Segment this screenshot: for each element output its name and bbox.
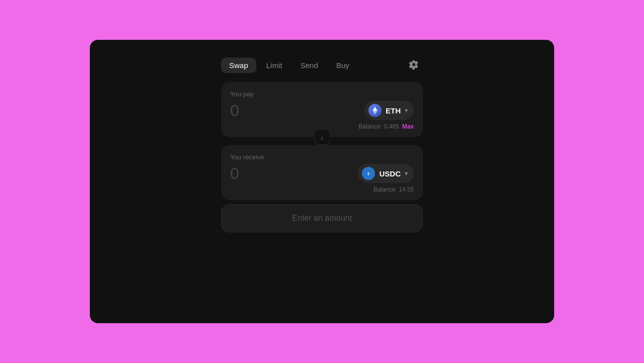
pay-token-selector[interactable]: ETH ▾ xyxy=(364,101,414,120)
tab-limit[interactable]: Limit xyxy=(258,57,291,73)
tabs-row: Swap Limit Send Buy xyxy=(221,56,423,74)
gear-icon xyxy=(409,59,419,71)
receive-balance-text: Balance: 14.55 xyxy=(373,186,414,193)
svg-text:$: $ xyxy=(368,172,370,176)
enter-amount-button[interactable]: Enter an amount xyxy=(221,204,423,232)
app-window: Swap Limit Send Buy You pay xyxy=(90,40,554,323)
pay-row: ETH ▾ xyxy=(230,101,414,120)
arrow-spacer: ↓ xyxy=(221,137,423,143)
eth-token-icon xyxy=(368,104,382,117)
receive-panel: You receive $ USDC ▾ Balance: 14.55 xyxy=(221,145,423,200)
receive-token-chevron-icon: ▾ xyxy=(405,170,408,177)
receive-row: $ USDC ▾ xyxy=(230,164,414,183)
swap-widget: Swap Limit Send Buy You pay xyxy=(221,56,423,232)
arrow-down-icon: ↓ xyxy=(320,133,324,141)
receive-balance-row: Balance: 14.55 xyxy=(230,186,414,193)
settings-button[interactable] xyxy=(405,56,423,74)
pay-label: You pay xyxy=(230,90,414,98)
pay-balance-text: Balance: 0.465 xyxy=(359,123,399,130)
receive-amount-input[interactable] xyxy=(230,164,322,183)
pay-amount-input[interactable] xyxy=(230,101,322,120)
tab-buy[interactable]: Buy xyxy=(328,57,357,73)
tab-swap[interactable]: Swap xyxy=(221,57,256,73)
max-button[interactable]: Max xyxy=(402,123,414,130)
usdc-token-icon: $ xyxy=(362,167,375,180)
receive-label: You receive xyxy=(230,153,414,161)
pay-token-name: ETH xyxy=(386,106,401,115)
pay-token-chevron-icon: ▾ xyxy=(405,107,408,114)
tab-send[interactable]: Send xyxy=(292,57,326,73)
receive-token-name: USDC xyxy=(379,169,401,178)
receive-token-selector[interactable]: $ USDC ▾ xyxy=(358,164,414,183)
swap-direction-button[interactable]: ↓ xyxy=(314,129,330,145)
